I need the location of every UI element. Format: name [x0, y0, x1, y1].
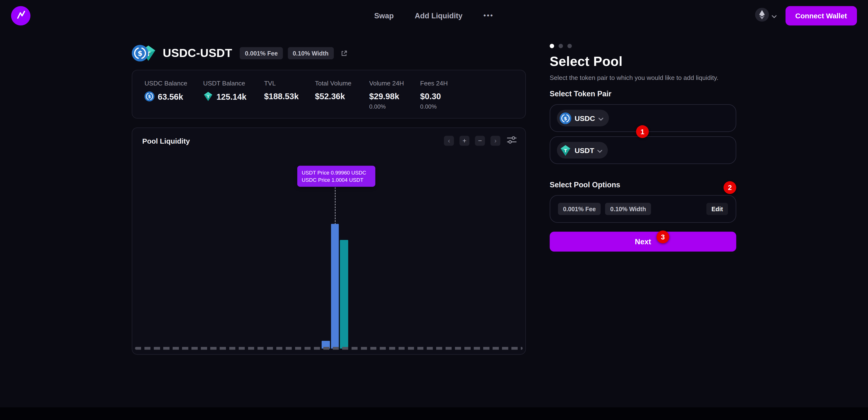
pool-options-card: 0.001% Fee 0.10% Width Edit [550, 195, 736, 223]
pool-liquidity-card: Pool Liquidity ‹ + − › USDT Price 0.9996… [132, 128, 526, 355]
chart-baseline [135, 347, 523, 349]
chart-settings-button[interactable] [507, 136, 517, 145]
top-nav: Swap Add Liquidity ••• Connect Wallet [0, 0, 868, 31]
stat-label: USDT Balance [203, 80, 264, 87]
annotation-badge-3: 3 [656, 230, 669, 243]
app-logo[interactable] [11, 6, 30, 25]
app: Swap Add Liquidity ••• Connect Wallet T … [0, 0, 868, 420]
select-pool-panel: Select Pool Select the token pair to whi… [550, 44, 736, 252]
nav-swap[interactable]: Swap [374, 11, 394, 20]
chart-controls: ‹ + − › [444, 136, 517, 145]
pool-title: USDC-USDT [163, 47, 232, 60]
primary-nav: Swap Add Liquidity ••• [374, 11, 494, 20]
width-option-badge: 0.10% Width [605, 203, 651, 215]
liquidity-bar [331, 224, 339, 349]
pan-left-button[interactable]: ‹ [444, 136, 454, 145]
price-tooltip: USDT Price 0.99960 USDC USDC Price 1.000… [297, 166, 375, 187]
stat-total-volume: Total Volume $52.36k [315, 80, 369, 118]
stat-number: 63.56k [158, 92, 183, 101]
nav-right: Connect Wallet [755, 6, 857, 25]
panel-title: Select Pool [550, 54, 736, 69]
stat-tvl: TVL $188.53k [264, 80, 315, 118]
zoom-out-button[interactable]: − [475, 136, 485, 145]
liquidity-bar [340, 240, 348, 348]
bottom-strip [0, 407, 868, 420]
stat-number: 125.14k [217, 92, 247, 101]
chevron-down-icon [597, 146, 602, 154]
stat-value: $ 63.56k [145, 91, 203, 102]
connect-wallet-button[interactable]: Connect Wallet [785, 6, 857, 25]
zoom-in-button[interactable]: + [460, 136, 469, 145]
nav-more-menu[interactable]: ••• [484, 11, 494, 19]
stat-number: $29.98k [369, 91, 399, 101]
tooltip-usdc-price: USDC Price 1.0004 USDT [302, 176, 371, 184]
select-token-pair-label: Select Token Pair [550, 90, 736, 98]
stat-number: $188.53k [264, 91, 299, 101]
annotation-badge-2: 2 [723, 181, 736, 194]
annotation-badge-1: 1 [636, 125, 649, 138]
fee-badge: 0.001% Fee [240, 47, 283, 59]
stat-usdt-balance: USDT Balance T 125.14k [203, 80, 264, 118]
tooltip-usdt-price: USDT Price 0.99960 USDC [302, 169, 371, 176]
edit-pool-options-button[interactable]: Edit [707, 203, 728, 215]
stat-number: $52.36k [315, 91, 345, 101]
stat-usdc-balance: USDC Balance $ 63.56k [145, 80, 203, 118]
stat-change: 0.00% [420, 103, 448, 110]
stat-number: $0.30 [420, 91, 441, 101]
pool-header: T $ USDC-USDT 0.001% Fee 0.10% Width [132, 44, 526, 62]
stat-label: Total Volume [315, 80, 369, 87]
usdc-icon: $ [145, 91, 154, 102]
svg-text:$: $ [138, 49, 143, 57]
token-pair-icons: T $ [132, 45, 158, 62]
token-b-dropdown[interactable]: T USDT [550, 136, 736, 164]
stat-value: T 125.14k [203, 91, 264, 102]
token-b-selector[interactable]: T USDT [557, 142, 608, 159]
next-button[interactable]: Next [550, 232, 736, 252]
step-indicator [550, 44, 736, 48]
token-a-name: USDC [575, 114, 595, 122]
svg-text:$: $ [564, 115, 567, 121]
stat-label: Fees 24H [420, 80, 448, 87]
step-dot-1 [550, 44, 554, 48]
chart-header: Pool Liquidity ‹ + − › [132, 128, 525, 145]
stat-label: TVL [264, 80, 315, 87]
pan-right-button[interactable]: › [490, 136, 500, 145]
pool-stats-card: USDC Balance $ 63.56k USDT Balance T 125… [132, 70, 526, 118]
stat-label: Volume 24H [369, 80, 420, 87]
chart-title: Pool Liquidity [142, 137, 190, 145]
svg-text:T: T [564, 148, 567, 153]
network-selector[interactable] [755, 7, 777, 24]
svg-text:T: T [207, 94, 209, 99]
token-b-name: USDT [575, 146, 594, 154]
ethereum-icon [755, 7, 769, 24]
select-pool-options-label: Select Pool Options [550, 180, 736, 189]
usdt-icon: T [560, 144, 571, 156]
usdt-icon: T [203, 91, 213, 102]
svg-text:$: $ [148, 94, 151, 99]
chevron-down-icon [772, 10, 777, 21]
step-dot-3 [567, 44, 572, 48]
stat-volume-24h: Volume 24H $29.98k 0.00% [369, 80, 420, 118]
usdc-icon: $ [132, 45, 148, 61]
token-a-selector[interactable]: $ USDC [557, 110, 609, 127]
stat-label: USDC Balance [145, 80, 203, 87]
logo-mountain-icon [15, 9, 26, 22]
nav-add-liquidity[interactable]: Add Liquidity [415, 11, 462, 20]
chevron-down-icon [598, 114, 603, 122]
step-dot-2 [559, 44, 563, 48]
stat-fees-24h: Fees 24H $0.30 0.00% [420, 80, 448, 118]
panel-subtitle: Select the token pair to which you would… [550, 74, 736, 81]
stat-change: 0.00% [369, 103, 420, 110]
liquidity-chart[interactable]: USDT Price 0.99960 USDC USDC Price 1.000… [133, 152, 525, 351]
external-link-icon[interactable] [340, 50, 347, 57]
usdc-icon: $ [560, 112, 571, 124]
fee-option-badge: 0.001% Fee [558, 203, 601, 215]
tune-icon [507, 136, 517, 145]
width-badge: 0.10% Width [288, 47, 334, 59]
